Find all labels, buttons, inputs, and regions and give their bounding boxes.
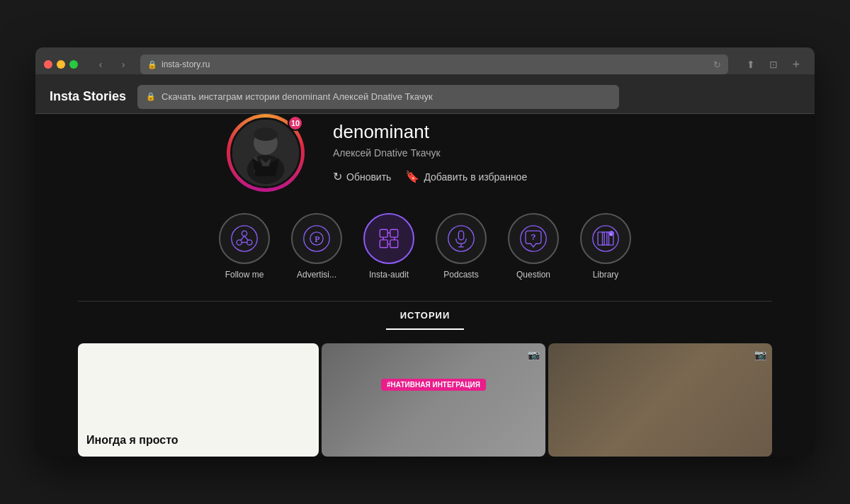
refresh-label: Обновить [346, 171, 391, 183]
question-icon: ? [519, 224, 548, 253]
bookmark-label: Добавить в избранное [424, 171, 527, 183]
library-icon: i [591, 224, 620, 253]
highlight-library[interactable]: i Library [580, 213, 631, 280]
lock-icon: 🔒 [147, 60, 157, 69]
highlight-label-podcasts: Podcasts [443, 270, 478, 280]
browser-nav: ‹ › [91, 57, 133, 72]
insta-audit-icon [375, 224, 403, 253]
svg-point-20 [448, 226, 474, 251]
story-tag-2: #НАТИВНАЯ ИНТЕГРАЦИЯ [381, 379, 486, 391]
main-content: 10 denominant Алексей Dnative Ткачук ↻ О… [35, 114, 815, 457]
back-button[interactable]: ‹ [91, 57, 110, 72]
share-button[interactable]: ⬆ [741, 57, 761, 72]
story-card-1[interactable]: Иногда я просто [78, 343, 319, 457]
story-text-1: Иногда я просто [86, 433, 178, 448]
close-button[interactable] [44, 60, 52, 69]
highlight-follow-me[interactable]: Follow me [219, 213, 270, 280]
highlights-section: Follow me P Advertisi... [35, 213, 815, 280]
profile-username: denominant [333, 121, 527, 143]
svg-line-10 [241, 236, 244, 240]
svg-text:P: P [314, 234, 319, 244]
svg-rect-19 [390, 240, 398, 248]
refresh-icon[interactable]: ↻ [713, 59, 721, 70]
svg-point-3 [254, 127, 278, 141]
highlight-podcasts[interactable]: Podcasts [436, 213, 487, 280]
highlight-question[interactable]: ? Question [508, 213, 559, 280]
profile-section: 10 denominant Алексей Dnative Ткачук ↻ О… [35, 114, 815, 192]
new-tab-button[interactable]: + [786, 57, 806, 72]
app-logo: Insta Stories [50, 89, 126, 104]
story-count-badge: 10 [288, 115, 303, 131]
profile-info: denominant Алексей Dnative Ткачук ↻ Обно… [333, 114, 527, 183]
highlight-circle-advertising: P [291, 213, 342, 264]
tab-stories[interactable]: ИСТОРИИ [386, 302, 465, 329]
svg-text:?: ? [531, 232, 536, 242]
video-icon-3: 📷 [754, 349, 766, 360]
address-bar[interactable]: 🔒 insta-story.ru ↻ [140, 55, 728, 74]
svg-rect-21 [458, 231, 463, 240]
follow-me-icon [230, 224, 259, 253]
bookmark-button[interactable]: 🔖 Добавить в избранное [405, 170, 527, 183]
bookmark-icon: 🔖 [405, 170, 419, 183]
profile-actions: ↻ Обновить 🔖 Добавить в избранное [333, 170, 527, 183]
search-text: Скачать инстаграм истории denominant Але… [162, 91, 433, 102]
advertising-icon: P [302, 224, 331, 253]
address-bar-container: 🔒 insta-story.ru ↻ [140, 55, 728, 74]
tab-bar: ИСТОРИИ [78, 301, 772, 329]
highlight-insta-audit[interactable]: Insta-audit [363, 213, 414, 280]
highlight-circle-podcasts [436, 213, 487, 264]
svg-point-26 [593, 226, 618, 251]
refresh-button[interactable]: ↻ Обновить [333, 170, 391, 183]
url-text: insta-story.ru [162, 59, 210, 69]
tab-stories-label: ИСТОРИИ [400, 310, 450, 321]
highlight-label-follow-me: Follow me [225, 270, 264, 280]
svg-rect-27 [598, 232, 604, 245]
svg-point-6 [232, 226, 257, 251]
svg-rect-17 [390, 229, 398, 237]
stories-grid: Иногда я просто 📷 #НАТИВНАЯ ИНТЕГРАЦИЯ 📷 [35, 329, 815, 457]
search-lock-icon: 🔒 [146, 92, 156, 101]
avatar-container[interactable]: 10 [227, 114, 305, 192]
minimize-button[interactable] [57, 60, 65, 69]
forward-button[interactable]: › [113, 57, 133, 72]
traffic-lights [44, 60, 78, 69]
svg-point-7 [242, 231, 246, 236]
svg-rect-18 [380, 240, 387, 248]
tabs-button[interactable]: ⊡ [764, 57, 783, 72]
highlight-label-advertising: Advertisi... [297, 270, 336, 280]
highlight-label-library: Library [593, 270, 619, 280]
app-header: Insta Stories 🔒 Скачать инстаграм истори… [35, 80, 815, 114]
highlight-advertising[interactable]: P Advertisi... [291, 213, 342, 280]
highlight-circle-follow-me [219, 213, 270, 264]
story-card-2[interactable]: 📷 #НАТИВНАЯ ИНТЕГРАЦИЯ [322, 343, 545, 457]
browser-window: ‹ › 🔒 insta-story.ru ↻ ⬆ ⊡ + [35, 47, 815, 457]
svg-line-11 [244, 236, 248, 240]
highlight-label-insta-audit: Insta-audit [369, 270, 409, 280]
podcasts-icon [447, 224, 475, 253]
svg-rect-16 [380, 229, 387, 237]
profile-fullname: Алексей Dnative Ткачук [333, 147, 527, 159]
story-card-3[interactable]: 📷 [548, 343, 772, 457]
browser-titlebar: ‹ › 🔒 insta-story.ru ↻ ⬆ ⊡ + [35, 47, 815, 74]
search-bar[interactable]: 🔒 Скачать инстаграм истории denominant А… [137, 85, 619, 109]
highlight-circle-library: i [580, 213, 631, 264]
refresh-icon: ↻ [333, 170, 342, 183]
video-icon-2: 📷 [528, 349, 540, 360]
highlight-circle-insta-audit [363, 213, 414, 264]
maximize-button[interactable] [69, 60, 78, 69]
highlight-circle-question: ? [508, 213, 559, 264]
browser-actions: ⬆ ⊡ + [741, 57, 806, 72]
highlight-label-question: Question [516, 270, 550, 280]
svg-rect-28 [602, 232, 608, 245]
